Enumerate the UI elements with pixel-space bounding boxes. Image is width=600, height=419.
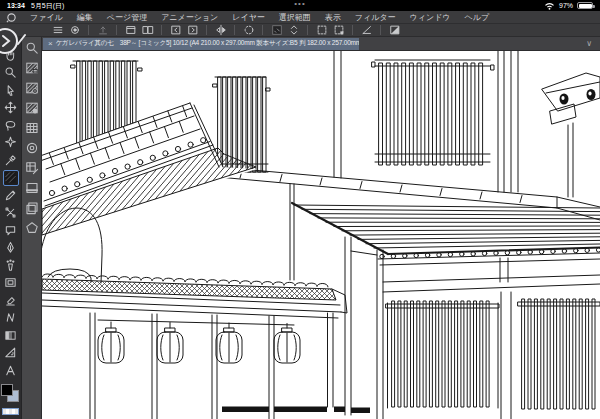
publish-icon[interactable] [96, 24, 109, 37]
menu-選択範囲[interactable]: 選択範囲 [272, 11, 318, 24]
menu-ページ管理[interactable]: ページ管理 [100, 11, 154, 24]
correct-line-tool[interactable] [3, 310, 19, 326]
tone-gear-icon[interactable] [24, 80, 39, 95]
pen-tool[interactable] [3, 170, 19, 186]
grid-pen-icon[interactable] [24, 160, 39, 175]
line-slope-icon[interactable] [360, 24, 373, 37]
menu-bar: ファイル編集ページ管理アニメーションレイヤー選択範囲表示フィルターウィンドウヘル… [0, 11, 600, 24]
facing-page-view-icon[interactable] [141, 24, 154, 37]
auto-select-tool[interactable] [3, 135, 19, 151]
transform-area-icon[interactable] [332, 24, 345, 37]
ipad-status-bar: 13:34 5月5日(日) ••• 97% [0, 0, 600, 11]
move-tool[interactable] [3, 100, 19, 116]
command-bar [0, 24, 600, 37]
rotate-reset-icon[interactable] [242, 24, 255, 37]
text-tool[interactable] [3, 362, 19, 378]
tool-bar [0, 37, 22, 419]
snap-toggle-icon[interactable] [388, 24, 401, 37]
multitask-handle[interactable]: ••• [294, 0, 305, 8]
canvas-tab-bar: × ケガレバライ其の七 38P～ [コミック5] 10/12 (A4 210.0… [42, 37, 600, 51]
page-thumbnail-icon[interactable] [270, 24, 283, 37]
zoom-tool[interactable] [3, 65, 19, 81]
fountain-pen-tool[interactable] [3, 240, 19, 256]
flip-horizontal-icon[interactable] [214, 24, 227, 37]
menu-編集[interactable]: 編集 [70, 11, 100, 24]
status-left: 13:34 5月5日(日) [7, 1, 64, 11]
foreground-color-swatch[interactable] [1, 384, 13, 396]
menu-アニメーション[interactable]: アニメーション [154, 11, 225, 24]
menu-表示[interactable]: 表示 [318, 11, 348, 24]
menu-items: ファイル編集ページ管理アニメーションレイヤー選択範囲表示フィルターウィンドウヘル… [23, 11, 496, 24]
frame-border-tool[interactable] [3, 275, 19, 291]
canvas[interactable] [42, 51, 600, 419]
edge-keyboard-button[interactable] [0, 26, 26, 56]
color-swatches [1, 384, 21, 404]
menu-フィルター[interactable]: フィルター [348, 11, 403, 24]
menu-ファイル[interactable]: ファイル [23, 11, 70, 24]
settings-icon[interactable] [68, 24, 81, 37]
battery-percent: 97% [559, 2, 573, 9]
select-area-icon[interactable] [315, 24, 328, 37]
wifi-icon [544, 1, 555, 10]
close-tab-icon[interactable]: × [48, 39, 53, 49]
airbrush-tool[interactable] [3, 257, 19, 273]
chevron-down-icon[interactable]: ∨ [586, 39, 596, 48]
eraser-tool[interactable] [3, 292, 19, 308]
menu-ヘルプ[interactable]: ヘルプ [458, 11, 497, 24]
menu-レイヤー[interactable]: レイヤー [225, 11, 272, 24]
eyedropper-tool[interactable] [3, 152, 19, 168]
tone-flat-icon[interactable] [24, 60, 39, 75]
grid-icon[interactable] [24, 120, 39, 135]
panel-icon[interactable] [24, 180, 39, 195]
palette-dock [22, 37, 42, 419]
main-area: × ケガレバライ其の七 38P～ [コミック5] 10/12 (A4 210.0… [0, 37, 600, 419]
clip-studio-icon[interactable] [6, 12, 17, 23]
operate-tool[interactable] [3, 82, 19, 98]
document-column: × ケガレバライ其の七 38P～ [コミック5] 10/12 (A4 210.0… [42, 37, 600, 419]
prev-page-icon[interactable] [169, 24, 182, 37]
document-tab[interactable]: × ケガレバライ其の七 38P～ [コミック5] 10/12 (A4 210.0… [43, 38, 359, 50]
menu-ウィンドウ[interactable]: ウィンドウ [403, 11, 458, 24]
single-page-view-icon[interactable] [124, 24, 137, 37]
status-right: 97% [544, 1, 593, 10]
ruler-tool[interactable] [3, 345, 19, 361]
tone-dark-icon[interactable] [24, 100, 39, 115]
material-circle-icon[interactable] [24, 140, 39, 155]
main-menu-icon[interactable] [51, 24, 64, 37]
gradient-tool[interactable] [3, 327, 19, 343]
figure-tool[interactable] [3, 205, 19, 221]
next-page-icon[interactable] [186, 24, 199, 37]
zoom-palette-icon[interactable] [24, 40, 39, 55]
expand-vertical-icon[interactable] [287, 24, 300, 37]
lasso-tool[interactable] [3, 117, 19, 133]
layers-icon[interactable] [24, 200, 39, 215]
date: 5月5日(日) [31, 1, 64, 11]
polygon-icon[interactable] [24, 220, 39, 235]
pencil-tool[interactable] [3, 187, 19, 203]
balloon-tool[interactable] [3, 222, 19, 238]
document-title: ケガレバライ其の七 38P～ [コミック5] 10/12 (A4 210.00 … [56, 39, 359, 48]
pen-cursor-icon [18, 35, 25, 44]
clip-studio-paint-window: 13:34 5月5日(日) ••• 97% ファイル編集ページ管理アニメーション… [0, 0, 600, 419]
clock: 13:34 [7, 2, 25, 9]
manga-background-drawing [42, 51, 600, 419]
battery-icon [577, 2, 593, 9]
transparent-color-swatch[interactable] [2, 408, 19, 415]
